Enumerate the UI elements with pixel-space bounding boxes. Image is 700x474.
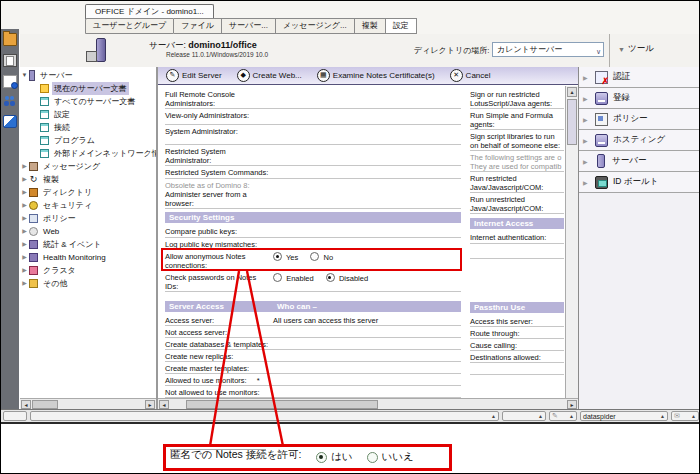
tree-item-messaging[interactable]: ▶ メッセージング bbox=[20, 160, 156, 173]
radio-disabled[interactable] bbox=[326, 273, 335, 282]
status-mail-segment[interactable]: ✉▲ bbox=[671, 411, 699, 421]
cancel-button[interactable]: ✕ Cancel bbox=[450, 69, 491, 82]
tab-configuration[interactable]: 設定 bbox=[386, 18, 417, 34]
radio-label: No bbox=[323, 253, 333, 262]
status-location-segment[interactable]: dataspider▲ bbox=[580, 411, 668, 421]
callout-radio-yes[interactable] bbox=[316, 452, 327, 463]
tree-item-all-server-docs[interactable]: すべてのサーバー文書 bbox=[40, 95, 156, 108]
form-vertical-scrollbar[interactable]: ▴ bbox=[565, 86, 578, 398]
twistie-icon[interactable]: ▶ bbox=[583, 158, 590, 165]
twistie-icon[interactable]: ▶ bbox=[583, 179, 590, 186]
status-segment[interactable]: ▲ bbox=[502, 411, 546, 421]
tab-replication[interactable]: 複製 bbox=[355, 18, 386, 34]
status-bar: ▲ ▲ ✎▲ dataspider▲ ✉▲ bbox=[1, 409, 700, 424]
tree-item-directory[interactable]: ▶ ディレクトリ bbox=[20, 186, 156, 199]
tree-item-current-server-doc[interactable]: 現在のサーバー文書 bbox=[40, 82, 156, 95]
field-row: Compare public keys: bbox=[165, 225, 461, 238]
callout-radio-label: はい bbox=[331, 450, 353, 464]
tab-files[interactable]: ファイル bbox=[174, 18, 222, 34]
admin-shortcut-icon[interactable] bbox=[3, 115, 17, 128]
tree-item-programs[interactable]: プログラム bbox=[40, 134, 156, 147]
tools-panel-header[interactable]: ▼ ツール bbox=[618, 43, 654, 55]
status-segment[interactable] bbox=[3, 411, 27, 421]
tree-item-external-domain[interactable]: 外部ドメインネットワーク情 bbox=[40, 147, 156, 160]
book-icon bbox=[29, 253, 38, 262]
field-label: Internet authentication: bbox=[470, 233, 564, 242]
scroll-left-icon[interactable]: ◂ bbox=[159, 400, 169, 409]
twistie-icon[interactable]: ▶ bbox=[20, 225, 29, 238]
twistie-icon[interactable]: ▶ bbox=[583, 95, 590, 102]
twistie-icon[interactable]: ▶ bbox=[583, 116, 590, 123]
field-row: Access this server: bbox=[470, 315, 564, 327]
tree-horizontal-scrollbar[interactable]: ◂ ▸ bbox=[20, 398, 156, 409]
server-document-pane: ✎ Edit Server ◆ Create Web... ▦ Examine … bbox=[157, 67, 578, 409]
bookmark-bar bbox=[1, 29, 19, 409]
tool-certification[interactable]: ▶ 認証 bbox=[579, 67, 700, 88]
scroll-thumb[interactable] bbox=[32, 400, 58, 409]
scroll-right-icon[interactable]: ▸ bbox=[145, 400, 155, 409]
section-header-security: Security Settings bbox=[165, 212, 461, 223]
twistie-icon[interactable]: ▶ bbox=[583, 137, 590, 144]
replication-icon: ↻ bbox=[29, 175, 38, 184]
tool-id-vault[interactable]: ▶ ID ボールト bbox=[579, 172, 700, 193]
field-row: System Administrator: bbox=[165, 125, 461, 145]
scroll-right-icon[interactable]: ▸ bbox=[567, 400, 577, 409]
tree-item-other[interactable]: ▶ その他 bbox=[20, 277, 156, 290]
directory-location-select[interactable]: カレントサーバー ∨ bbox=[492, 42, 604, 57]
tree-item-replication[interactable]: ▶ ↻ 複製 bbox=[20, 173, 156, 186]
tool-server[interactable]: ▶ サーバー bbox=[579, 151, 700, 172]
twistie-icon[interactable]: ▶ bbox=[20, 199, 29, 212]
twistie-open-icon[interactable]: ▼ bbox=[20, 69, 29, 82]
field-label: Administer server from a browser: bbox=[165, 190, 271, 208]
radio-enabled[interactable] bbox=[273, 273, 282, 282]
twistie-icon[interactable]: ▶ bbox=[20, 160, 29, 173]
examine-certificates-button[interactable]: ▦ Examine Notes Certificate(s) bbox=[317, 69, 435, 82]
people-icon[interactable] bbox=[4, 96, 16, 107]
twistie-icon[interactable]: ▶ bbox=[20, 173, 29, 186]
tree-item-connections[interactable]: 接続 bbox=[40, 121, 156, 134]
clipboard-icon[interactable] bbox=[3, 54, 17, 67]
tree-item-configurations[interactable]: 設定 bbox=[40, 108, 156, 121]
tool-policy[interactable]: ▶ ポリシー bbox=[579, 109, 700, 130]
scroll-thumb[interactable] bbox=[186, 400, 378, 409]
twistie-icon[interactable]: ▶ bbox=[20, 238, 29, 251]
status-message-segment[interactable]: ▲ bbox=[30, 411, 499, 421]
twistie-icon[interactable]: ▶ bbox=[20, 186, 29, 199]
twistie-icon[interactable]: ▶ bbox=[583, 74, 590, 81]
tab-messaging[interactable]: メッセージング... bbox=[276, 18, 355, 34]
scroll-thumb[interactable] bbox=[567, 99, 577, 145]
field-label: Cause calling: bbox=[470, 341, 564, 350]
view-icon bbox=[40, 110, 49, 119]
status-access-segment[interactable]: ✎▲ bbox=[549, 411, 577, 421]
twistie-icon[interactable]: ▶ bbox=[20, 277, 29, 290]
tree-item-policy[interactable]: ▶ ポリシー bbox=[20, 212, 156, 225]
tree-item-security[interactable]: ▶ セキュリティ bbox=[20, 199, 156, 212]
tree-item-web[interactable]: ▶ Web bbox=[20, 225, 156, 238]
field-label: Access this server: bbox=[470, 317, 564, 326]
tree-item-cluster[interactable]: ▶ クラスタ bbox=[20, 264, 156, 277]
callout-radio-no[interactable] bbox=[367, 452, 378, 463]
twistie-icon[interactable]: ▶ bbox=[20, 251, 29, 264]
scroll-left-icon[interactable]: ◂ bbox=[21, 400, 31, 409]
twistie-icon[interactable]: ▶ bbox=[20, 212, 29, 225]
tree-item-health-monitoring[interactable]: ▶ Health Monitoring bbox=[20, 251, 156, 264]
tool-registration[interactable]: ▶ 登録 bbox=[579, 88, 700, 109]
replicator-page-icon[interactable] bbox=[3, 75, 17, 88]
scroll-up-icon[interactable]: ▴ bbox=[567, 87, 577, 97]
create-web-button[interactable]: ◆ Create Web... bbox=[237, 69, 302, 82]
twistie-icon[interactable]: ▶ bbox=[20, 264, 29, 277]
tool-hosting[interactable]: ▶ ホスティング bbox=[579, 130, 700, 151]
folder-icon bbox=[29, 279, 38, 288]
window-tab[interactable]: OFFICE ドメイン - domino1... bbox=[85, 4, 214, 19]
radio-no[interactable] bbox=[310, 252, 319, 261]
tab-users-groups[interactable]: ユーザーとグループ bbox=[85, 18, 174, 34]
form-horizontal-scrollbar[interactable]: ◂ ▸ bbox=[158, 398, 578, 409]
bookmark-folder-icon[interactable] bbox=[3, 33, 17, 46]
radio-yes[interactable] bbox=[273, 252, 282, 261]
tab-server[interactable]: サーバー... bbox=[222, 18, 276, 34]
edit-server-button[interactable]: ✎ Edit Server bbox=[166, 69, 222, 82]
tree-item-server[interactable]: ▼ サーバー bbox=[20, 69, 156, 82]
hosting-icon bbox=[595, 134, 608, 147]
policy-icon bbox=[595, 113, 608, 126]
tree-item-statistics[interactable]: ▶ 統計 & イベント bbox=[20, 238, 156, 251]
